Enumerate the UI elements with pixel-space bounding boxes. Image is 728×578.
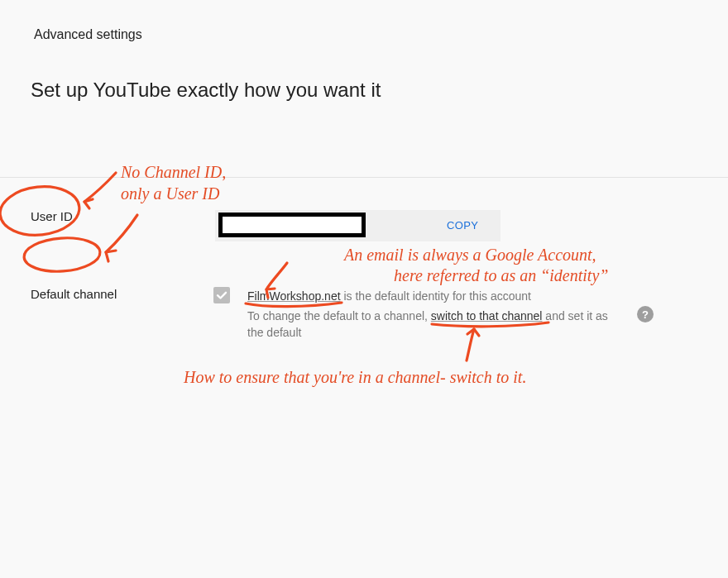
- annotation-note-3: How to ensure that you're in a channel- …: [184, 367, 526, 387]
- user-id-label: User ID: [31, 209, 73, 223]
- help-icon[interactable]: ?: [637, 306, 654, 322]
- default-channel-text-line1: FilmWorkshop.net is the default identity…: [247, 289, 531, 303]
- annotation-note-1-line2: only a User ID: [121, 184, 219, 203]
- identity-link[interactable]: FilmWorkshop.net: [247, 289, 341, 303]
- copy-button[interactable]: COPY: [447, 219, 478, 232]
- annotation-note-2-line1: An email is always a Google Account,: [344, 245, 596, 265]
- user-id-value-redacted[interactable]: [218, 213, 366, 237]
- check-icon: [215, 289, 228, 302]
- svg-point-1: [23, 236, 102, 274]
- default-channel-text-line2-pre: To change the default to a channel,: [247, 309, 431, 322]
- default-channel-checkbox[interactable]: [213, 287, 230, 303]
- page-title: Advanced settings: [34, 27, 142, 42]
- default-channel-text-line1-tail: is the default identity for this account: [341, 289, 531, 303]
- default-channel-text-line2: To change the default to a channel, swit…: [247, 308, 620, 341]
- switch-channel-link[interactable]: switch to that channel: [431, 309, 543, 322]
- section-divider: [0, 177, 728, 178]
- default-channel-label: Default channel: [31, 287, 117, 301]
- annotation-note-2-line2: here referred to as an “identity”: [394, 265, 608, 285]
- page-subtitle: Set up YouTube exactly how you want it: [31, 79, 381, 102]
- annotation-note-1-line1: No Channel ID,: [121, 162, 226, 182]
